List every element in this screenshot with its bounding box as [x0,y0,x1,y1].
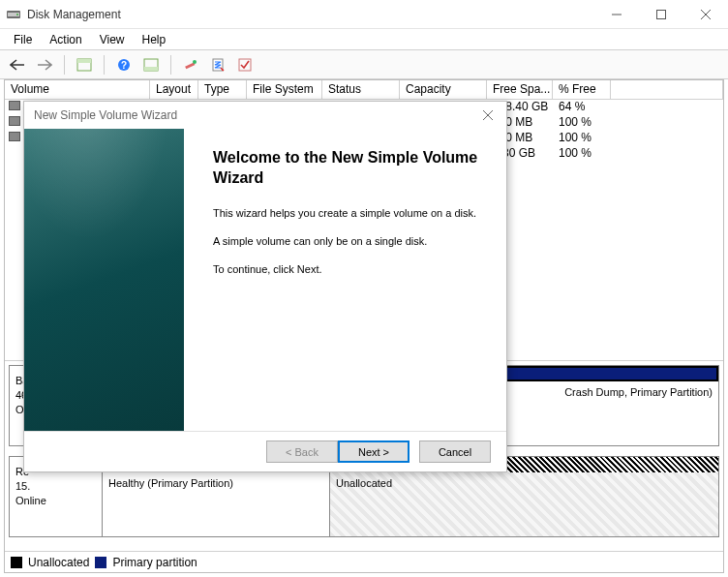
app-icon [6,7,21,22]
legend: Unallocated Primary partition [5,551,723,572]
wizard-banner [24,129,184,431]
wizard-paragraph: To continue, click Next. [213,262,487,277]
drive-icon [9,116,20,126]
refresh-button[interactable] [233,53,257,76]
cell-pct: 100 % [553,131,611,146]
wizard-close-button[interactable] [479,106,497,124]
cell-pct: 64 % [553,100,611,115]
col-pctfree[interactable]: % Free [553,80,611,99]
col-layout[interactable]: Layout [150,80,198,99]
wizard-button-row: < Back Next > Cancel [24,431,506,471]
svg-rect-12 [144,67,158,71]
toolbar-separator [170,55,171,75]
col-filesystem[interactable]: File System [247,80,322,99]
drive-icon [9,101,20,110]
menu-view[interactable]: View [92,31,133,48]
partition-status: Healthy (Primary Partition) [103,472,329,536]
svg-rect-16 [239,59,251,71]
view-bottom-button[interactable] [139,53,163,76]
menu-help[interactable]: Help [135,31,174,48]
legend-unallocated-label: Unallocated [28,556,89,569]
wizard-title: New Simple Volume Wizard [34,108,177,122]
legend-unallocated-swatch [11,557,22,568]
forward-button[interactable] [33,53,56,76]
wizard-paragraph: A simple volume can only be on a single … [213,234,487,249]
menu-bar: File Action View Help [0,29,728,50]
col-volume[interactable]: Volume [5,80,150,99]
maximize-button[interactable] [639,0,683,29]
properties-button[interactable] [206,53,229,76]
svg-rect-4 [657,10,666,18]
menu-action[interactable]: Action [42,31,89,48]
help-button[interactable]: ? [112,53,136,76]
cell-pct: 100 % [553,146,611,162]
column-headers: Volume Layout Type File System Status Ca… [5,80,723,100]
back-button[interactable] [6,53,29,76]
svg-text:?: ? [121,60,127,71]
drive-icon [9,132,20,141]
cell-pct: 100 % [553,115,611,131]
title-bar: Disk Management [0,0,728,29]
menu-file[interactable]: File [6,31,40,48]
svg-rect-8 [77,59,91,63]
toolbar: ? [0,50,728,79]
disk-status: Online [15,494,96,508]
toolbar-separator [104,55,105,75]
wizard-content: Welcome to the New Simple Volume Wizard … [184,129,506,431]
col-spacer [611,80,723,99]
wizard-cancel-button[interactable]: Cancel [419,440,491,463]
svg-point-14 [193,60,197,64]
disk-size: 15. [15,479,96,494]
wizard-next-button[interactable]: Next > [338,440,410,463]
action-settings-button[interactable] [179,53,202,76]
legend-primary-swatch [95,557,106,568]
minimize-button[interactable] [594,0,639,29]
svg-point-2 [16,14,18,15]
col-capacity[interactable]: Capacity [400,80,487,99]
toolbar-separator [64,55,65,75]
partition-status: Unallocated [330,472,718,536]
col-type[interactable]: Type [198,80,247,99]
new-simple-volume-wizard: New Simple Volume Wizard Welcome to the … [23,101,507,472]
legend-primary-label: Primary partition [112,556,197,569]
wizard-heading: Welcome to the New Simple Volume Wizard [213,148,487,189]
close-button[interactable] [683,0,728,29]
col-status[interactable]: Status [322,80,400,99]
wizard-paragraph: This wizard helps you create a simple vo… [213,206,487,221]
wizard-back-button[interactable]: < Back [266,440,338,463]
wizard-titlebar: New Simple Volume Wizard [24,102,506,129]
window-title: Disk Management [27,8,594,21]
view-top-button[interactable] [73,53,96,76]
col-freespace[interactable]: Free Spa... [487,80,553,99]
